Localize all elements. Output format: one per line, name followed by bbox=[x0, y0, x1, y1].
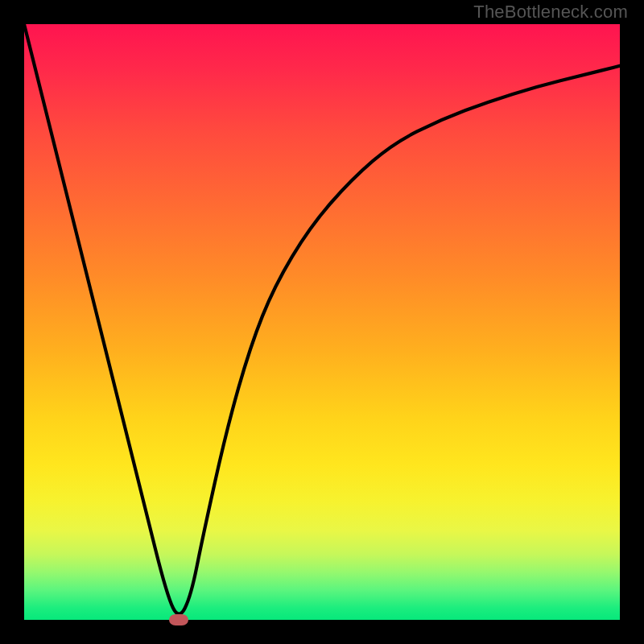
chart-frame: TheBottleneck.com bbox=[0, 0, 644, 644]
curve-svg bbox=[24, 24, 620, 620]
attribution-text: TheBottleneck.com bbox=[473, 2, 628, 23]
optimal-point-marker bbox=[169, 614, 188, 625]
bottleneck-curve-path bbox=[24, 24, 620, 614]
plot-area bbox=[24, 24, 620, 620]
